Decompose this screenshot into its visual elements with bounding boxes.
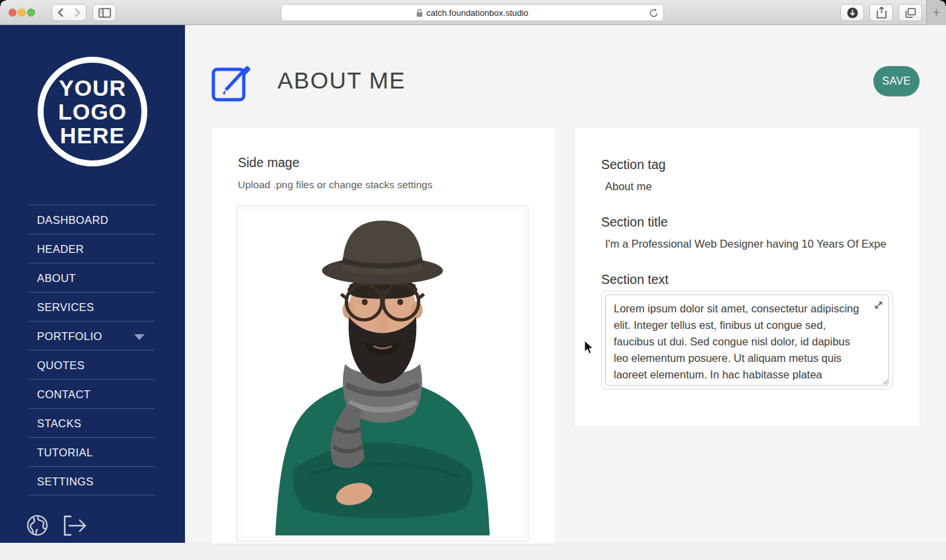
sidebar-item-label: STACKS (37, 417, 81, 429)
browser-forward-button[interactable] (69, 4, 87, 21)
chevron-left-icon (57, 8, 63, 17)
sidebar-item-about[interactable]: ABOUT (28, 263, 155, 292)
edit-pencil-icon (211, 62, 252, 102)
sidebar-item-quotes[interactable]: QUOTES (28, 350, 155, 379)
sidebar-item-label: CONTACT (37, 388, 91, 400)
browser-back-button[interactable] (52, 4, 69, 21)
save-button[interactable]: SAVE (873, 66, 920, 96)
section-text-field: Lorem ipsum dolor sit amet, consectetur … (601, 291, 893, 390)
logo-line: LOGO (58, 100, 127, 123)
section-card: Section tag Section title Section text L… (575, 127, 920, 426)
window-corner (0, 0, 6, 6)
side-image-card: Side mage Upload .png files or change st… (211, 127, 555, 543)
globe-icon[interactable] (26, 514, 48, 536)
share-button[interactable] (869, 4, 893, 21)
sidebar-item-label: HEADER (37, 243, 84, 255)
address-bar[interactable]: catch.foundationbox.studio (281, 4, 664, 21)
section-title-input[interactable] (605, 238, 896, 250)
section-tag-label: Section tag (601, 157, 666, 172)
sidebar-item-stacks[interactable]: STACKS (28, 408, 155, 437)
sidebar: YOUR LOGO HERE DASHBOARD HEADER ABOUT SE… (0, 25, 185, 543)
sidebar-item-dashboard[interactable]: DASHBOARD (28, 205, 155, 234)
chevron-right-icon (75, 8, 81, 17)
sidebar-item-label: SETTINGS (37, 475, 94, 487)
url-text: catch.foundationbox.studio (426, 8, 528, 18)
sidebar-footer (26, 514, 88, 536)
sidebar-panel-icon (98, 8, 111, 18)
tab-overview-button[interactable] (898, 4, 922, 21)
logo: YOUR LOGO HERE (38, 57, 147, 166)
sidebar-item-label: ABOUT (37, 272, 76, 284)
sidebar-item-label: PORTFOLIO (37, 330, 102, 342)
lock-icon (416, 9, 423, 17)
tabs-icon (905, 8, 916, 18)
window-close-button[interactable] (9, 9, 17, 17)
expand-icon[interactable] (873, 300, 884, 310)
sidebar-item-contact[interactable]: CONTACT (28, 379, 155, 408)
sidebar-item-header[interactable]: HEADER (28, 234, 155, 263)
sidebar-item-label: DASHBOARD (37, 214, 108, 226)
page-title: ABOUT ME (277, 67, 406, 94)
side-image-upload-box[interactable] (236, 205, 528, 542)
section-title-label: Section title (601, 215, 668, 230)
browser-sidebar-toggle-button[interactable] (92, 4, 116, 21)
downloads-button[interactable] (840, 4, 864, 21)
side-image-subtitle: Upload .png files or change stacks setti… (238, 179, 433, 191)
logo-line: YOUR (59, 76, 126, 100)
section-text-label: Section text (601, 272, 669, 287)
section-text-textarea[interactable]: Lorem ipsum dolor sit amet, consectetur … (605, 295, 889, 386)
sidebar-item-label: QUOTES (37, 359, 85, 371)
sidebar-item-settings[interactable]: SETTINGS (28, 466, 155, 495)
new-tab-label: + (932, 5, 940, 20)
portrait-photo (242, 211, 523, 536)
browser-chrome: catch.foundationbox.studio + (0, 0, 946, 25)
window-minimize-button[interactable] (18, 9, 26, 17)
section-tag-input[interactable] (605, 180, 896, 193)
sidebar-nav: DASHBOARD HEADER ABOUT SERVICES PORTFOLI… (28, 205, 155, 495)
reload-icon[interactable] (649, 8, 659, 20)
download-icon (847, 7, 858, 18)
logout-icon[interactable] (63, 515, 88, 536)
window-corner (940, 0, 946, 6)
sidebar-item-portfolio[interactable]: PORTFOLIO (28, 321, 155, 350)
sidebar-item-tutorial[interactable]: TUTORIAL (28, 437, 155, 466)
side-image-title: Side mage (238, 155, 299, 170)
window-zoom-button[interactable] (27, 9, 35, 17)
chevron-down-icon[interactable] (134, 334, 145, 340)
sidebar-item-label: SERVICES (37, 301, 94, 313)
sidebar-item-services[interactable]: SERVICES (28, 292, 155, 321)
logo-line: HERE (60, 123, 125, 147)
sidebar-item-label: TUTORIAL (37, 446, 93, 458)
share-icon (877, 7, 887, 18)
main-content: ABOUT ME SAVE Side mage Upload .png file… (185, 25, 946, 543)
